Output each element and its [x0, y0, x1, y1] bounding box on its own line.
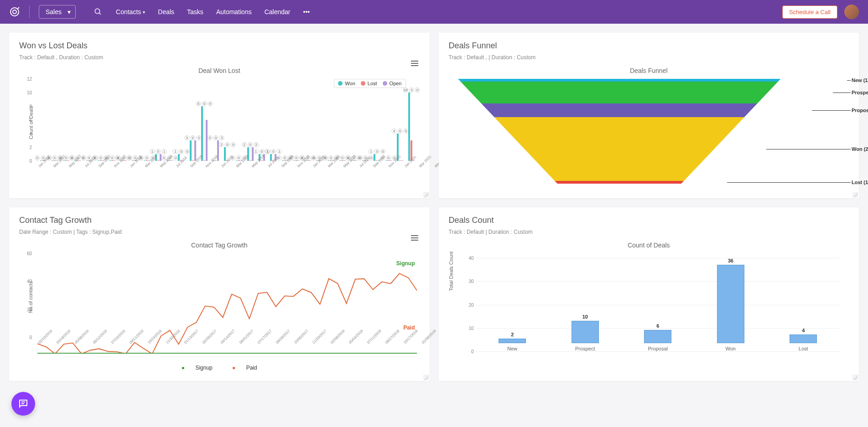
panel-title: Won vs Lost Deals [19, 41, 420, 51]
tag-growth-line-chart: No.of contacts 0204060 Signup Paid 02/10… [19, 253, 420, 363]
schedule-call-button[interactable]: Schedule a Call [782, 5, 837, 19]
chart-legend: ● Signup ● Paid [19, 365, 420, 371]
deals-count-bar-chart: Total Deals Count 010203040 2New10Prospe… [449, 253, 849, 363]
dashboard-grid: Won vs Lost Deals Track : Default , Dura… [0, 24, 868, 390]
svg-marker-9 [555, 181, 684, 184]
panel-subtitle: Track : Default , | Duration : Custom [449, 54, 849, 61]
chart-legend: Won Lost Open [334, 79, 405, 88]
top-nav: Sales Contacts ▾ Deals Tasks Automations… [0, 0, 868, 24]
funnel-stage-label: Proposal (6) [852, 108, 868, 113]
svg-point-3 [95, 9, 100, 14]
series-label-signup: Signup [396, 260, 415, 267]
funnel-stage-label: New (1) [852, 77, 868, 83]
nav-items: Contacts ▾ Deals Tasks Automations Calen… [116, 8, 310, 15]
funnel-stage-label: Prospect (9) [852, 90, 868, 95]
nav-calendar[interactable]: Calendar [265, 8, 291, 15]
search-icon[interactable] [94, 8, 102, 16]
won-lost-bar-chart: Won Lost Open Count of Deals 024681012 0… [19, 79, 420, 184]
legend-open[interactable]: Open [383, 81, 402, 86]
chart-title: Deals Funnel [449, 67, 849, 74]
panel-won-vs-lost: Won vs Lost Deals Track : Default , Dura… [9, 33, 430, 198]
nav-more-icon[interactable]: ••• [303, 8, 310, 15]
resize-handle[interactable] [852, 192, 858, 197]
svg-marker-7 [481, 103, 757, 117]
panel-subtitle: Track : Default , Duration : Custom [19, 54, 420, 61]
resize-handle[interactable] [852, 375, 858, 380]
panel-title: Deals Count [449, 216, 849, 225]
resize-handle[interactable] [423, 192, 429, 197]
panel-deals-count: Deals Count Track : Default | Duration :… [439, 207, 859, 381]
panel-subtitle: Date Range : Custom | Tags : Signup,Paid [19, 229, 420, 235]
panel-deals-funnel: Deals Funnel Track : Default , | Duratio… [439, 33, 859, 198]
legend-signup[interactable]: ● Signup [177, 365, 217, 371]
nav-deals[interactable]: Deals [158, 8, 174, 15]
funnel-stage-label: Won (24) [852, 146, 868, 152]
nav-tasks[interactable]: Tasks [187, 8, 203, 15]
y-axis-title: Total Deals Count [448, 252, 454, 291]
divider [29, 5, 30, 18]
chevron-down-icon: ▾ [143, 10, 145, 15]
funnel-chart: New (1)Prospect (9)Proposal (6)Won (24)L… [449, 79, 849, 188]
chart-title: Contact Tag Growth [19, 242, 420, 249]
legend-won[interactable]: Won [338, 81, 355, 86]
panel-title: Contact Tag Growth [19, 216, 420, 225]
svg-line-4 [99, 13, 101, 15]
panel-subtitle: Track : Default | Duration : Custom [449, 229, 849, 235]
resize-handle[interactable] [423, 375, 429, 380]
panel-tag-growth: Contact Tag Growth Date Range : Custom |… [9, 207, 430, 381]
legend-lost[interactable]: Lost [361, 81, 377, 86]
svg-point-1 [13, 10, 16, 14]
svg-line-2 [17, 7, 19, 9]
nav-contacts[interactable]: Contacts ▾ [116, 8, 145, 15]
panel-title: Deals Funnel [449, 41, 849, 51]
chart-menu-icon[interactable] [411, 234, 418, 242]
user-avatar[interactable] [844, 5, 859, 19]
nav-automations[interactable]: Automations [216, 8, 252, 15]
funnel-stage-label: Lost (1) [852, 180, 868, 185]
series-label-paid: Paid [403, 324, 415, 331]
legend-paid[interactable]: ● Paid [228, 365, 262, 371]
svg-marker-5 [458, 79, 781, 82]
workspace-dropdown[interactable]: Sales [39, 5, 76, 19]
chart-menu-icon[interactable] [411, 59, 418, 67]
svg-marker-8 [494, 117, 744, 181]
chart-title: Count of Deals [449, 242, 849, 249]
chart-title: Deal Won Lost [19, 67, 420, 74]
svg-marker-6 [460, 82, 778, 103]
app-logo-icon[interactable] [9, 6, 20, 17]
